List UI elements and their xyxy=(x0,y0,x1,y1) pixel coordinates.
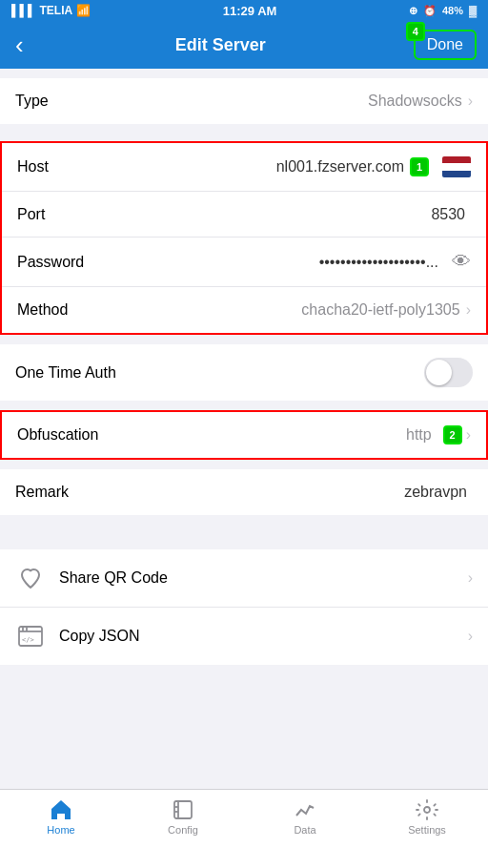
obfuscation-chevron-icon: › xyxy=(466,426,471,444)
remark-row[interactable]: Remark zebravpn xyxy=(0,469,488,515)
svg-point-6 xyxy=(424,807,430,813)
nav-bar: ‹ Edit Server 4 Done xyxy=(0,21,488,69)
method-value: chacha20-ietf-poly1305 xyxy=(103,301,466,319)
section-gap-5 xyxy=(0,460,488,469)
host-label: Host xyxy=(17,158,103,176)
content-area: Type Shadowsocks › Host nl001.fzserver.c… xyxy=(0,69,488,760)
copy-json-label: Copy JSON xyxy=(59,628,468,645)
settings-icon xyxy=(414,797,440,822)
one-time-auth-row[interactable]: One Time Auth xyxy=(0,344,488,401)
badge-2: 2 xyxy=(443,425,462,444)
method-row[interactable]: Method chacha20-ietf-poly1305 › xyxy=(2,287,486,333)
config-icon xyxy=(170,797,196,822)
status-bar: ▌▌▌ TELIA 📶 11:29 AM ⊕ ⏰ 48% ▓ xyxy=(0,0,488,21)
battery-level: 48% xyxy=(442,5,463,16)
server-fields-section: Host nl001.fzserver.com 1 Port 8530 Pass… xyxy=(0,141,488,335)
svg-text:</>: </> xyxy=(22,636,34,644)
share-qr-label: Share QR Code xyxy=(59,569,468,587)
remark-section: Remark zebravpn xyxy=(0,469,488,515)
heart-icon xyxy=(15,563,46,593)
alarm-icon: ⏰ xyxy=(423,5,437,17)
status-left: ▌▌▌ TELIA 📶 xyxy=(11,4,91,17)
method-chevron-icon: › xyxy=(466,301,471,319)
done-button[interactable]: 4 Done xyxy=(414,30,477,60)
remark-label: Remark xyxy=(15,484,101,501)
type-row[interactable]: Type Shadowsocks › xyxy=(0,78,488,124)
netherlands-flag-icon xyxy=(442,156,471,177)
type-label: Type xyxy=(15,93,101,110)
lock-icon: ⊕ xyxy=(409,5,417,17)
section-gap-7 xyxy=(0,532,488,549)
status-time: 11:29 AM xyxy=(223,4,277,18)
svg-rect-5 xyxy=(174,801,192,818)
tab-data-label: Data xyxy=(294,824,315,836)
tab-config-label: Config xyxy=(168,824,198,836)
port-label: Port xyxy=(17,206,103,223)
host-row[interactable]: Host nl001.fzserver.com 1 xyxy=(2,143,486,192)
one-time-auth-section: One Time Auth xyxy=(0,344,488,401)
tab-config[interactable]: Config xyxy=(122,797,244,836)
section-gap-6 xyxy=(0,515,488,532)
type-value: Shadowsocks xyxy=(101,93,468,110)
tab-data[interactable]: Data xyxy=(244,797,366,836)
badge-1: 1 xyxy=(410,157,429,176)
one-time-auth-label: One Time Auth xyxy=(15,364,116,382)
port-row[interactable]: Port 8530 xyxy=(2,192,486,238)
share-qr-chevron-icon: › xyxy=(468,569,473,587)
actions-section: Share QR Code › </> Copy JSON › xyxy=(0,549,488,665)
code-icon: </> xyxy=(15,621,46,651)
tab-settings[interactable]: Settings xyxy=(366,797,488,836)
password-label: Password xyxy=(17,254,103,271)
badge-4: 4 xyxy=(406,22,425,41)
toggle-knob xyxy=(426,360,452,385)
section-gap-1 xyxy=(0,69,488,78)
status-right: ⊕ ⏰ 48% ▓ xyxy=(409,5,477,17)
share-qr-row[interactable]: Share QR Code › xyxy=(0,549,488,608)
section-gap-4 xyxy=(0,401,488,410)
obfuscation-row[interactable]: Obfuscation http 2 › xyxy=(2,412,486,458)
copy-json-row[interactable]: </> Copy JSON › xyxy=(0,608,488,665)
copy-json-chevron-icon: › xyxy=(468,628,473,645)
type-section: Type Shadowsocks › xyxy=(0,78,488,124)
obfuscation-label: Obfuscation xyxy=(17,426,103,444)
port-value: 8530 xyxy=(103,206,471,223)
section-gap-3 xyxy=(0,335,488,344)
password-value: ••••••••••••••••••••... xyxy=(103,254,444,271)
signal-icon: ▌▌▌ xyxy=(11,4,36,17)
password-row[interactable]: Password ••••••••••••••••••••... 👁 xyxy=(2,238,486,287)
remark-value: zebravpn xyxy=(101,484,473,501)
method-label: Method xyxy=(17,301,103,319)
tab-bar: Home Config Data Settings xyxy=(0,789,488,868)
home-icon xyxy=(48,797,74,822)
tab-home-label: Home xyxy=(47,824,74,836)
tab-settings-label: Settings xyxy=(408,824,446,836)
obfuscation-section: Obfuscation http 2 › xyxy=(0,410,488,460)
one-time-auth-toggle[interactable] xyxy=(424,358,473,387)
back-button[interactable]: ‹ xyxy=(11,27,28,64)
carrier-name: TELIA xyxy=(40,4,73,17)
tab-home[interactable]: Home xyxy=(0,797,122,836)
host-value: nl001.fzserver.com xyxy=(103,158,410,176)
data-icon xyxy=(292,797,318,822)
battery-icon: ▓ xyxy=(469,5,477,16)
obfuscation-value: http xyxy=(103,426,437,444)
section-gap-2 xyxy=(0,124,488,141)
page-title: Edit Server xyxy=(28,35,414,55)
eye-icon[interactable]: 👁 xyxy=(452,251,471,273)
wifi-icon: 📶 xyxy=(76,4,91,17)
type-chevron-icon: › xyxy=(468,93,473,110)
